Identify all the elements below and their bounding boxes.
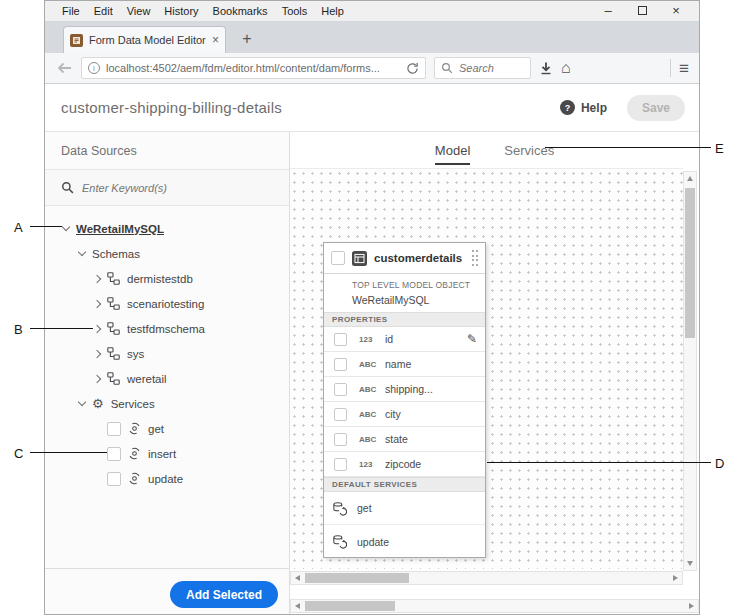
menu-history[interactable]: History xyxy=(157,5,205,17)
data-type-label: ABC xyxy=(359,385,385,394)
tree-node-services[interactable]: ⚙ Services xyxy=(45,391,289,416)
schema-icon xyxy=(107,372,120,385)
checkbox[interactable] xyxy=(334,458,347,471)
scrollbar-thumb[interactable] xyxy=(305,573,409,583)
tree-node-schema-weretail[interactable]: weretail xyxy=(45,366,289,391)
menu-bar: File Edit View History Bookmarks Tools H… xyxy=(45,1,699,21)
page-title: customer-shipping-billing-details xyxy=(61,99,282,116)
close-button[interactable]: × xyxy=(659,1,693,21)
menu-view[interactable]: View xyxy=(120,5,158,17)
checkbox[interactable] xyxy=(107,447,121,461)
url-bar[interactable]: i localhost:4502/aem/fdm/editor.html/con… xyxy=(81,57,426,79)
menu-tools[interactable]: Tools xyxy=(275,5,315,17)
help-button[interactable]: ? Help xyxy=(560,100,607,115)
checkbox[interactable] xyxy=(334,358,347,371)
menu-file[interactable]: File xyxy=(55,5,87,17)
add-selected-button[interactable]: Add Selected xyxy=(170,581,278,608)
tree-node-schema-sys[interactable]: sys xyxy=(45,341,289,366)
data-source-tree: WeRetailMySQL Schemas dermistestdb xyxy=(45,206,289,568)
tree-node-weretailmysql[interactable]: WeRetailMySQL xyxy=(45,216,289,241)
download-icon[interactable] xyxy=(539,61,553,75)
scroll-left-icon[interactable] xyxy=(295,575,300,581)
vertical-scrollbar[interactable] xyxy=(683,171,697,571)
search-input[interactable] xyxy=(459,62,524,74)
model-workspace: Model Services customerdet xyxy=(290,132,699,614)
tree-node-label: get xyxy=(148,423,164,435)
scroll-right-icon[interactable] xyxy=(673,575,678,581)
chevron-right-icon[interactable] xyxy=(93,374,101,382)
menu-edit[interactable]: Edit xyxy=(87,5,120,17)
sidebar-footer: Add Selected xyxy=(45,568,289,614)
save-button[interactable]: Save xyxy=(627,95,685,121)
service-row-get[interactable]: get xyxy=(324,492,485,525)
chevron-down-icon[interactable] xyxy=(78,398,86,406)
menu-help[interactable]: Help xyxy=(314,5,351,17)
reload-icon[interactable] xyxy=(406,62,419,75)
tree-node-schema-dermistestdb[interactable]: dermistestdb xyxy=(45,266,289,291)
data-type-label: ABC xyxy=(359,435,385,444)
tree-node-schema-scenariotesting[interactable]: scenariotesting xyxy=(45,291,289,316)
home-icon[interactable]: ⌂ xyxy=(561,60,571,76)
property-row-state[interactable]: ABC state xyxy=(324,427,485,452)
info-icon[interactable]: i xyxy=(88,62,100,74)
menu-bookmarks[interactable]: Bookmarks xyxy=(206,5,275,17)
workspace-tabs: Model Services xyxy=(290,132,699,168)
tree-node-label: sys xyxy=(127,348,144,360)
scroll-right-icon[interactable] xyxy=(689,603,694,609)
search-box[interactable] xyxy=(434,57,531,79)
checkbox[interactable] xyxy=(107,422,121,436)
chevron-right-icon[interactable] xyxy=(93,274,101,282)
annotation-d: D xyxy=(715,456,724,471)
tree-node-service-get[interactable]: get xyxy=(45,416,289,441)
annotation-line-a xyxy=(30,226,62,227)
checkbox[interactable] xyxy=(334,333,347,346)
minimize-button[interactable]: – xyxy=(591,1,625,21)
property-name: zipcode xyxy=(385,458,485,470)
maximize-button[interactable] xyxy=(625,1,659,21)
tree-node-service-insert[interactable]: insert xyxy=(45,441,289,466)
page-horizontal-scrollbar[interactable] xyxy=(290,599,699,613)
chevron-right-icon[interactable] xyxy=(93,324,101,332)
scrollbar-thumb[interactable] xyxy=(305,601,395,611)
canvas-horizontal-scrollbar[interactable] xyxy=(290,571,683,585)
tree-node-label: Services xyxy=(111,398,155,410)
checkbox[interactable] xyxy=(334,408,347,421)
chevron-down-icon[interactable] xyxy=(62,223,70,231)
database-service-icon xyxy=(332,501,347,516)
keyword-search-row[interactable] xyxy=(45,170,289,206)
back-icon[interactable] xyxy=(55,60,73,76)
model-object-card[interactable]: customerdetails TOP LEVEL MODEL OBJECT W… xyxy=(323,242,486,558)
new-tab-button[interactable]: + xyxy=(235,27,259,51)
chevron-right-icon[interactable] xyxy=(93,299,101,307)
annotation-line-c xyxy=(30,452,107,453)
service-row-update[interactable]: update xyxy=(324,525,485,558)
property-name: name xyxy=(385,358,485,370)
scroll-left-icon[interactable] xyxy=(295,603,300,609)
model-canvas[interactable]: customerdetails TOP LEVEL MODEL OBJECT W… xyxy=(290,168,683,569)
chevron-right-icon[interactable] xyxy=(93,349,101,357)
scroll-down-icon[interactable] xyxy=(687,561,693,566)
tree-node-schemas[interactable]: Schemas xyxy=(45,241,289,266)
checkbox[interactable] xyxy=(334,383,347,396)
browser-tab[interactable]: Form Data Model Editor × xyxy=(63,26,226,53)
drag-handle-icon[interactable] xyxy=(472,250,479,266)
hamburger-menu-icon[interactable]: ≡ xyxy=(679,60,689,77)
data-type-label: ABC xyxy=(359,410,385,419)
keyword-search-input[interactable] xyxy=(82,182,289,194)
property-row-name[interactable]: ABC name xyxy=(324,352,485,377)
tree-node-service-update[interactable]: update xyxy=(45,466,289,491)
checkbox[interactable] xyxy=(331,251,345,265)
scrollbar-thumb[interactable] xyxy=(685,188,695,338)
tab-services[interactable]: Services xyxy=(504,132,554,168)
property-row-shipping[interactable]: ABC shipping... xyxy=(324,377,485,402)
pencil-icon[interactable]: ✎ xyxy=(467,333,477,345)
chevron-down-icon[interactable] xyxy=(78,248,86,256)
property-row-city[interactable]: ABC city xyxy=(324,402,485,427)
tab-close-icon[interactable]: × xyxy=(212,33,219,47)
property-row-zipcode[interactable]: 123 zipcode xyxy=(324,452,485,477)
checkbox[interactable] xyxy=(107,472,121,486)
checkbox[interactable] xyxy=(334,433,347,446)
property-row-id[interactable]: 123 id ✎ xyxy=(324,327,485,352)
scroll-up-icon[interactable] xyxy=(687,176,693,181)
tab-model[interactable]: Model xyxy=(435,132,470,168)
